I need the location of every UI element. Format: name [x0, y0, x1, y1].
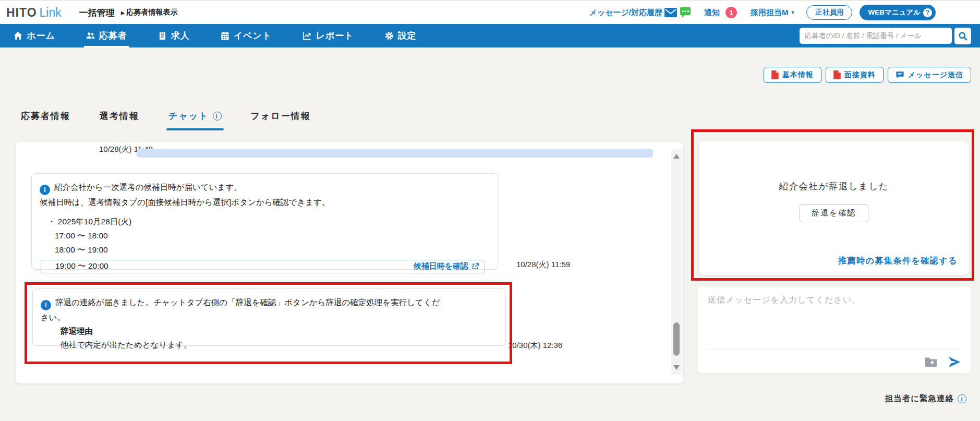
calendar-icon — [220, 31, 230, 41]
interview-docs-label: 面接資料 — [844, 70, 876, 80]
breadcrumb-page: 応募者情報表示 — [126, 8, 177, 17]
tab-follow-info[interactable]: フォロー情報 — [251, 105, 311, 130]
time-slot: 19:00 〜 20:00 — [55, 261, 108, 272]
time-slot-highlight-row: 19:00 〜 20:00 候補日時を確認 — [41, 260, 485, 273]
emergency-contact-link[interactable]: 担当者に緊急連絡 i — [885, 393, 966, 404]
info-icon: i — [40, 185, 50, 195]
message-line: 紹介会社から一次選考の候補日時が届いています。 — [54, 183, 242, 191]
withdrawal-reason-text: 他社で内定が出たためとなります。 — [61, 340, 505, 351]
composer-divider — [708, 350, 960, 350]
candidate-date: ・ 2025年10月28日(火) — [47, 216, 498, 227]
help-icon: ? — [923, 8, 932, 17]
user-menu[interactable]: 採用担当M ▼ — [751, 8, 795, 18]
gear-icon — [384, 31, 394, 41]
chat-scrollbar[interactable] — [671, 149, 682, 375]
nav-item-reports[interactable]: レポート — [300, 24, 355, 47]
info-icon: i — [213, 112, 222, 121]
chevron-down-icon: ▼ — [791, 10, 795, 15]
send-button[interactable] — [948, 356, 961, 368]
tab-chat[interactable]: チャット i — [168, 105, 222, 130]
notifications-label: 通知 — [704, 8, 720, 18]
send-message-button[interactable]: メッセージ送信 — [888, 67, 971, 83]
attach-file-button[interactable] — [925, 357, 937, 367]
nav-item-home[interactable]: ホーム — [11, 24, 57, 47]
message-timestamp: 10/28(火) 11:59 — [516, 260, 570, 270]
withdrawal-card: 紹介会社が辞退しました 辞退を確認 推薦時の募集条件を確認する — [699, 141, 969, 275]
nav-item-settings[interactable]: 設定 — [383, 24, 418, 47]
message-line: 候補日時は、選考情報タブの[面接候補日時から選択]ボタンから確認できます。 — [40, 198, 330, 207]
chat-panel: 10/28(火) 11:48 i紹介会社から一次選考の候補日時が届いています。 … — [16, 142, 683, 383]
nav-item-label: ホーム — [27, 30, 55, 42]
nav-item-label: レポート — [316, 30, 354, 42]
time-slot: 17:00 〜 18:00 — [55, 230, 498, 242]
confirm-candidate-times-label: 候補日時を確認 — [414, 261, 468, 271]
app-header: HITO Link 一括管理 ▶ 応募者情報表示 メッセージ/対応履歴 通知 1… — [0, 0, 980, 24]
pdf-icon — [771, 70, 779, 79]
notifications-link[interactable]: 通知 1 — [704, 7, 737, 18]
chat-message-candidate-times: i紹介会社から一次選考の候補日時が届いています。 候補日時は、選考情報タブの[面… — [31, 173, 498, 270]
basic-info-button[interactable]: 基本情報 — [764, 67, 821, 83]
nav-search — [800, 28, 971, 44]
confirm-candidate-times-link[interactable]: 候補日時を確認 — [414, 261, 479, 271]
messages-history-link[interactable]: メッセージ/対応履歴 — [589, 6, 692, 19]
notification-badge: 1 — [725, 7, 737, 18]
send-message-label: メッセージ送信 — [908, 70, 963, 80]
info-icon: i — [958, 394, 966, 403]
withdrawal-title: 紹介会社が辞退しました — [699, 180, 969, 193]
message-icon — [896, 70, 904, 79]
composer-toolbar — [925, 356, 961, 368]
job-icon — [158, 31, 167, 41]
search-input[interactable] — [800, 28, 952, 44]
logo-link: Link — [40, 6, 62, 20]
emergency-contact-label: 担当者に緊急連絡 — [885, 393, 954, 404]
nav-item-label: 設定 — [398, 30, 417, 42]
messages-history-label: メッセージ/対応履歴 — [589, 8, 662, 18]
nav-item-label: 応募者 — [99, 30, 127, 42]
scroll-up-arrow-icon[interactable] — [673, 154, 680, 159]
chat-message-withdrawal: !辞退の連絡が届きました。チャットタブ右側の「辞退を確認」ボタンから辞退の確定処… — [32, 288, 506, 346]
web-manual-label: WEBマニュアル — [868, 8, 921, 17]
message-composer — [697, 286, 971, 374]
home-icon — [13, 31, 23, 41]
logo-hito: HITO — [6, 6, 37, 20]
breadcrumb-section: 一括管理 — [79, 7, 115, 19]
withdrawal-reason-label: 辞退理由 — [61, 326, 505, 337]
basic-info-label: 基本情報 — [782, 70, 814, 80]
alert-icon: ! — [41, 300, 51, 310]
scrolled-message-bubble — [137, 149, 653, 158]
send-icon — [948, 356, 961, 368]
action-buttons: 基本情報 面接資料 メッセージ送信 — [764, 67, 971, 83]
envelope-icon — [664, 8, 677, 17]
message-line: 辞退の連絡が届きました。チャットタブ右側の「辞退を確認」ボタンから辞退の確定処理… — [41, 298, 440, 322]
tab-applicant-info[interactable]: 応募者情報 — [21, 105, 70, 130]
tab-chat-label: チャット — [168, 110, 209, 122]
time-slot: 18:00 〜 19:00 — [55, 244, 498, 256]
folder-add-icon — [925, 357, 937, 367]
nav-item-events[interactable]: イベント — [219, 24, 274, 47]
nav-item-label: イベント — [234, 30, 272, 42]
detail-tabs: 応募者情報 選考情報 チャット i フォロー情報 — [21, 105, 340, 130]
search-button[interactable] — [954, 28, 971, 44]
scroll-down-arrow-icon[interactable] — [673, 365, 680, 370]
header-right: メッセージ/対応履歴 通知 1 採用担当M ▼ 正社員用 WEBマニュアル ? — [589, 5, 936, 20]
users-icon — [86, 31, 95, 41]
scrollbar-thumb[interactable] — [673, 322, 680, 356]
interview-docs-button[interactable]: 面接資料 — [826, 67, 884, 83]
user-name: 採用担当M — [751, 8, 789, 18]
message-timestamp: 10/30(木) 12:36 — [508, 341, 562, 351]
content-area: 基本情報 面接資料 メッセージ送信 応募者情報 選考情報 チャット i フォロー… — [0, 47, 980, 420]
recommendation-conditions-link[interactable]: 推薦時の募集条件を確認する — [838, 256, 958, 267]
chat-bubble-icon — [679, 6, 692, 19]
nav-item-applicants[interactable]: 応募者 — [84, 24, 129, 47]
nav-item-jobs[interactable]: 求人 — [156, 24, 191, 47]
search-icon — [958, 31, 968, 41]
member-type-button[interactable]: 正社員用 — [806, 5, 852, 20]
app-logo: HITO Link — [6, 6, 62, 20]
confirm-withdrawal-button[interactable]: 辞退を確認 — [800, 204, 868, 222]
main-nav: ホーム 応募者 求人 イベント レポート 設定 — [0, 24, 980, 47]
message-input[interactable] — [697, 286, 971, 341]
report-icon — [302, 31, 312, 41]
web-manual-button[interactable]: WEBマニュアル ? — [860, 5, 936, 20]
breadcrumb-arrow-icon: ▶ — [121, 10, 125, 16]
tab-selection-info[interactable]: 選考情報 — [100, 105, 139, 130]
